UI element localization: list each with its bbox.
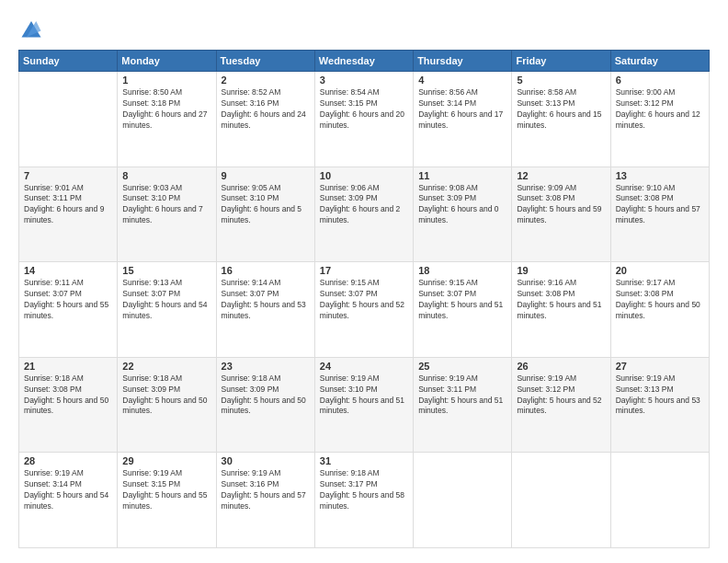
- calendar-cell: 2Sunrise: 8:52 AMSunset: 3:16 PMDaylight…: [216, 72, 314, 167]
- day-number: 6: [616, 75, 704, 86]
- day-info: Sunrise: 9:18 AMSunset: 3:17 PMDaylight:…: [320, 468, 408, 512]
- calendar-cell: 13Sunrise: 9:10 AMSunset: 3:08 PMDayligh…: [610, 167, 709, 262]
- calendar-cell: 20Sunrise: 9:17 AMSunset: 3:08 PMDayligh…: [610, 262, 709, 358]
- day-info: Sunrise: 9:19 AMSunset: 3:15 PMDaylight:…: [122, 468, 210, 512]
- weekday-header: Monday: [118, 51, 216, 72]
- day-info: Sunrise: 9:05 AMSunset: 3:10 PMDaylight:…: [222, 183, 310, 227]
- calendar-cell: 19Sunrise: 9:16 AMSunset: 3:08 PMDayligh…: [512, 262, 610, 358]
- calendar-cell: 14Sunrise: 9:11 AMSunset: 3:07 PMDayligh…: [19, 262, 118, 358]
- calendar-week-row: 7Sunrise: 9:01 AMSunset: 3:11 PMDaylight…: [19, 167, 710, 262]
- calendar-cell: 22Sunrise: 9:18 AMSunset: 3:09 PMDayligh…: [118, 357, 216, 453]
- day-number: 16: [222, 265, 310, 276]
- day-info: Sunrise: 9:09 AMSunset: 3:08 PMDaylight:…: [517, 183, 605, 227]
- weekday-header: Sunday: [19, 51, 118, 72]
- day-number: 8: [122, 170, 210, 181]
- day-number: 12: [517, 170, 605, 181]
- calendar-week-row: 21Sunrise: 9:18 AMSunset: 3:08 PMDayligh…: [19, 357, 710, 453]
- calendar-cell: 23Sunrise: 9:18 AMSunset: 3:09 PMDayligh…: [216, 357, 314, 453]
- calendar-cell: 21Sunrise: 9:18 AMSunset: 3:08 PMDayligh…: [19, 357, 118, 453]
- page: SundayMondayTuesdayWednesdayThursdayFrid…: [0, 0, 728, 563]
- day-info: Sunrise: 8:50 AMSunset: 3:18 PMDaylight:…: [122, 87, 210, 132]
- day-number: 28: [24, 455, 112, 466]
- day-number: 21: [24, 361, 112, 372]
- weekday-header: Saturday: [610, 51, 709, 72]
- calendar-cell: 30Sunrise: 9:19 AMSunset: 3:16 PMDayligh…: [216, 453, 314, 548]
- day-number: 27: [616, 361, 704, 372]
- calendar-cell: 8Sunrise: 9:03 AMSunset: 3:10 PMDaylight…: [118, 167, 216, 262]
- calendar-cell: 6Sunrise: 9:00 AMSunset: 3:12 PMDaylight…: [610, 72, 709, 167]
- day-info: Sunrise: 9:15 AMSunset: 3:07 PMDaylight:…: [320, 278, 408, 322]
- day-number: 15: [122, 265, 210, 276]
- day-info: Sunrise: 9:00 AMSunset: 3:12 PMDaylight:…: [616, 87, 704, 132]
- calendar-cell: 10Sunrise: 9:06 AMSunset: 3:09 PMDayligh…: [314, 167, 413, 262]
- calendar-cell: 11Sunrise: 9:08 AMSunset: 3:09 PMDayligh…: [414, 167, 512, 262]
- weekday-header: Thursday: [414, 51, 512, 72]
- calendar-week-row: 28Sunrise: 9:19 AMSunset: 3:14 PMDayligh…: [19, 453, 710, 548]
- day-info: Sunrise: 8:52 AMSunset: 3:16 PMDaylight:…: [222, 87, 310, 132]
- calendar-cell: [414, 453, 512, 548]
- day-info: Sunrise: 9:18 AMSunset: 3:09 PMDaylight:…: [222, 373, 310, 418]
- day-number: 5: [517, 75, 605, 86]
- calendar-cell: 16Sunrise: 9:14 AMSunset: 3:07 PMDayligh…: [216, 262, 314, 358]
- calendar-cell: 17Sunrise: 9:15 AMSunset: 3:07 PMDayligh…: [314, 262, 413, 358]
- day-info: Sunrise: 8:58 AMSunset: 3:13 PMDaylight:…: [517, 87, 605, 132]
- calendar-header-row: SundayMondayTuesdayWednesdayThursdayFrid…: [19, 51, 710, 72]
- day-info: Sunrise: 9:19 AMSunset: 3:13 PMDaylight:…: [616, 373, 704, 418]
- weekday-header: Tuesday: [216, 51, 314, 72]
- calendar-cell: 4Sunrise: 8:56 AMSunset: 3:14 PMDaylight…: [414, 72, 512, 167]
- day-number: 10: [320, 170, 408, 181]
- day-info: Sunrise: 9:08 AMSunset: 3:09 PMDaylight:…: [418, 183, 506, 227]
- weekday-header: Friday: [512, 51, 610, 72]
- calendar-week-row: 14Sunrise: 9:11 AMSunset: 3:07 PMDayligh…: [19, 262, 710, 358]
- day-number: 30: [222, 455, 310, 466]
- day-info: Sunrise: 9:17 AMSunset: 3:08 PMDaylight:…: [616, 278, 704, 322]
- calendar-cell: 31Sunrise: 9:18 AMSunset: 3:17 PMDayligh…: [314, 453, 413, 548]
- day-info: Sunrise: 9:18 AMSunset: 3:09 PMDaylight:…: [122, 373, 210, 418]
- header: [18, 15, 710, 40]
- day-number: 24: [320, 361, 408, 372]
- calendar-cell: 7Sunrise: 9:01 AMSunset: 3:11 PMDaylight…: [19, 167, 118, 262]
- day-number: 26: [517, 361, 605, 372]
- day-number: 19: [517, 265, 605, 276]
- day-number: 11: [418, 170, 506, 181]
- day-number: 20: [616, 265, 704, 276]
- day-info: Sunrise: 9:19 AMSunset: 3:11 PMDaylight:…: [418, 373, 506, 418]
- day-info: Sunrise: 9:03 AMSunset: 3:10 PMDaylight:…: [122, 183, 210, 227]
- day-info: Sunrise: 8:54 AMSunset: 3:15 PMDaylight:…: [320, 87, 408, 132]
- day-info: Sunrise: 8:56 AMSunset: 3:14 PMDaylight:…: [418, 87, 506, 132]
- day-info: Sunrise: 9:18 AMSunset: 3:08 PMDaylight:…: [24, 373, 112, 418]
- calendar-table: SundayMondayTuesdayWednesdayThursdayFrid…: [18, 50, 710, 548]
- calendar-cell: 27Sunrise: 9:19 AMSunset: 3:13 PMDayligh…: [610, 357, 709, 453]
- day-number: 25: [418, 361, 506, 372]
- day-number: 17: [320, 265, 408, 276]
- calendar-cell: 12Sunrise: 9:09 AMSunset: 3:08 PMDayligh…: [512, 167, 610, 262]
- calendar-cell: 15Sunrise: 9:13 AMSunset: 3:07 PMDayligh…: [118, 262, 216, 358]
- day-info: Sunrise: 9:19 AMSunset: 3:12 PMDaylight:…: [517, 373, 605, 418]
- weekday-header: Wednesday: [314, 51, 413, 72]
- calendar-cell: [610, 453, 709, 548]
- calendar-cell: 9Sunrise: 9:05 AMSunset: 3:10 PMDaylight…: [216, 167, 314, 262]
- day-number: 13: [616, 170, 704, 181]
- calendar-cell: 3Sunrise: 8:54 AMSunset: 3:15 PMDaylight…: [314, 72, 413, 167]
- day-number: 31: [320, 455, 408, 466]
- day-info: Sunrise: 9:19 AMSunset: 3:10 PMDaylight:…: [320, 373, 408, 418]
- day-number: 22: [122, 361, 210, 372]
- day-number: 4: [418, 75, 506, 86]
- day-info: Sunrise: 9:10 AMSunset: 3:08 PMDaylight:…: [616, 183, 704, 227]
- day-number: 1: [122, 75, 210, 86]
- day-info: Sunrise: 9:19 AMSunset: 3:14 PMDaylight:…: [24, 468, 112, 512]
- day-info: Sunrise: 9:15 AMSunset: 3:07 PMDaylight:…: [418, 278, 506, 322]
- day-info: Sunrise: 9:06 AMSunset: 3:09 PMDaylight:…: [320, 183, 408, 227]
- day-info: Sunrise: 9:16 AMSunset: 3:08 PMDaylight:…: [517, 278, 605, 322]
- day-info: Sunrise: 9:13 AMSunset: 3:07 PMDaylight:…: [122, 278, 210, 322]
- day-number: 23: [222, 361, 310, 372]
- day-number: 18: [418, 265, 506, 276]
- day-number: 14: [24, 265, 112, 276]
- day-info: Sunrise: 9:11 AMSunset: 3:07 PMDaylight:…: [24, 278, 112, 322]
- day-info: Sunrise: 9:19 AMSunset: 3:16 PMDaylight:…: [222, 468, 310, 512]
- logo-icon: [18, 15, 44, 40]
- calendar-cell: 28Sunrise: 9:19 AMSunset: 3:14 PMDayligh…: [19, 453, 118, 548]
- calendar-cell: 25Sunrise: 9:19 AMSunset: 3:11 PMDayligh…: [414, 357, 512, 453]
- day-info: Sunrise: 9:14 AMSunset: 3:07 PMDaylight:…: [222, 278, 310, 322]
- day-number: 9: [222, 170, 310, 181]
